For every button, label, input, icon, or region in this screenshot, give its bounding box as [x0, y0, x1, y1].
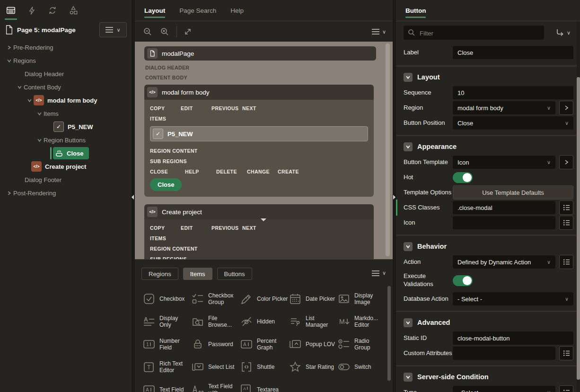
- gallery-item-file-browse[interactable]: File Browse...: [191, 310, 239, 333]
- tree-node-close[interactable]: Close: [0, 147, 132, 160]
- tab-rendering[interactable]: [5, 0, 17, 21]
- hot-toggle[interactable]: [453, 172, 473, 183]
- section-header[interactable]: Advanced: [404, 315, 573, 330]
- button-template-select[interactable]: Icon∨: [453, 156, 555, 169]
- gallery-tab-buttons[interactable]: Buttons: [217, 268, 252, 280]
- canvas-button-close[interactable]: Close: [150, 178, 182, 191]
- tree-node-regions[interactable]: Regions: [0, 54, 132, 67]
- region-card-modal-form-body[interactable]: </>modal form bodyCOPYEDITPREVIOUSNEXTIT…: [144, 85, 374, 197]
- gallery-tab-items[interactable]: Items: [183, 268, 212, 280]
- right-splitter[interactable]: [393, 0, 396, 392]
- tab-dynamic-actions[interactable]: [26, 0, 38, 21]
- region-action-copy[interactable]: COPY: [150, 105, 181, 111]
- gallery-item-switch[interactable]: Switch: [337, 356, 386, 378]
- gallery-item-list-manager[interactable]: List Manager: [288, 310, 337, 333]
- gallery-item-date-picker[interactable]: Date Picker: [288, 287, 337, 310]
- collapse-section-icon[interactable]: [404, 373, 413, 382]
- custom-attributes-input[interactable]: [453, 347, 555, 360]
- gallery-tab-regions[interactable]: Regions: [141, 268, 178, 280]
- tab-layout[interactable]: Layout: [144, 0, 165, 21]
- tree-node-create-project[interactable]: </>Create project: [0, 160, 132, 173]
- zoom-out-icon[interactable]: [141, 26, 154, 38]
- label-input[interactable]: [453, 46, 573, 59]
- region-action-next[interactable]: NEXT: [242, 105, 256, 111]
- tab-processing[interactable]: [46, 0, 59, 21]
- gallery-item-markdown-editor[interactable]: MMarkdo... Editor: [337, 310, 386, 333]
- chevron-down-icon[interactable]: [35, 138, 44, 143]
- region-action-copy[interactable]: COPY: [150, 225, 181, 231]
- goto-component-button[interactable]: ∨: [556, 28, 573, 37]
- static-id-input[interactable]: [453, 331, 573, 345]
- list-of-values-button[interactable]: [559, 255, 573, 269]
- region-header[interactable]: </>Create project: [144, 204, 374, 219]
- gallery-item-color-picker[interactable]: Color Picker: [239, 287, 288, 310]
- gallery-item-rich-text-editor[interactable]: TRich Text Editor: [142, 356, 191, 378]
- sequence-input[interactable]: [453, 86, 573, 99]
- gallery-item-percent-graph[interactable]: APercent Graph: [239, 333, 288, 356]
- region-action-previous[interactable]: PREVIOUS: [211, 105, 242, 111]
- region-action-next[interactable]: NEXT: [242, 225, 256, 231]
- database-action-select[interactable]: - Select -∨: [453, 292, 573, 305]
- tree-node-post-rendering[interactable]: Post-Rendering: [0, 186, 132, 200]
- chevron-down-icon[interactable]: [35, 111, 44, 116]
- gallery-item-textarea[interactable]: ATextarea: [239, 378, 288, 392]
- button-action-create[interactable]: CREATE: [278, 169, 299, 174]
- button-action-close[interactable]: CLOSE: [150, 169, 185, 174]
- button-action-change[interactable]: CHANGE: [247, 169, 278, 174]
- section-header[interactable]: Behavior: [404, 239, 573, 254]
- gallery-item-password[interactable]: Password: [191, 333, 239, 356]
- canvas-page-bar[interactable]: modalPage: [144, 46, 376, 61]
- gallery-item-star-rating[interactable]: Star Rating: [288, 356, 337, 378]
- button-action-help[interactable]: HELP: [185, 169, 216, 174]
- section-header[interactable]: Server-side Condition: [404, 369, 573, 384]
- collapse-section-icon[interactable]: [404, 318, 413, 327]
- region-select[interactable]: modal form body∨: [453, 101, 555, 114]
- region-header[interactable]: </>modal form body: [144, 85, 374, 100]
- list-of-values-button[interactable]: [559, 346, 573, 360]
- tree-node-items[interactable]: Items: [0, 107, 132, 120]
- gallery-item-select-list[interactable]: Select List: [191, 356, 239, 378]
- css-classes-input[interactable]: [453, 201, 555, 214]
- gallery-item-display-only[interactable]: ADisplay Only: [142, 310, 191, 333]
- tree-node-p5-new[interactable]: ✓P5_NEW: [0, 120, 132, 133]
- collapse-section-icon[interactable]: [404, 73, 413, 82]
- goto-button[interactable]: [559, 155, 573, 169]
- canvas-scrollbar[interactable]: [386, 44, 390, 256]
- gallery-item-text-field-with[interactable]: Text Field with: [191, 378, 239, 392]
- button-action-delete[interactable]: DELETE: [216, 169, 247, 174]
- inspector-scrollbar-thumb[interactable]: [577, 77, 580, 380]
- region-action-previous[interactable]: PREVIOUS: [211, 225, 242, 231]
- chevron-right-icon[interactable]: [5, 191, 13, 196]
- tree-node-pre-rendering[interactable]: Pre-Rendering: [0, 41, 132, 54]
- button-position-select[interactable]: Close∨: [453, 116, 573, 130]
- region-card-create-project[interactable]: </>Create projectCOPYEDITPREVIOUSNEXTITE…: [144, 204, 374, 259]
- inspector-scrollbar-track[interactable]: [577, 21, 580, 392]
- collapse-section-icon[interactable]: [404, 142, 413, 151]
- tree-node-region-buttons[interactable]: Region Buttons: [0, 133, 132, 147]
- gallery-item-checkbox-group[interactable]: Checkbox Group: [191, 287, 239, 310]
- tab-help[interactable]: Help: [230, 0, 244, 21]
- collapse-section-icon[interactable]: [404, 242, 413, 251]
- action-select[interactable]: Defined by Dynamic Action∨: [453, 255, 555, 269]
- chevron-right-icon[interactable]: [5, 45, 13, 50]
- expand-icon[interactable]: [182, 26, 194, 38]
- chevron-down-icon[interactable]: [15, 85, 24, 90]
- left-splitter[interactable]: [132, 0, 135, 392]
- tree-menu-button[interactable]: ∨: [99, 22, 127, 37]
- gallery-item-checkbox[interactable]: Checkbox: [142, 287, 191, 310]
- list-of-values-button[interactable]: [559, 385, 573, 392]
- type-select[interactable]: - Select -∨: [453, 386, 555, 392]
- filter-input[interactable]: [419, 26, 539, 41]
- layout-menu-button[interactable]: ∨: [372, 29, 386, 35]
- tab-page-search[interactable]: Page Search: [179, 0, 216, 21]
- list-of-values-button[interactable]: [559, 200, 573, 215]
- chevron-down-icon[interactable]: [25, 98, 34, 103]
- gallery-item-number-field[interactable]: 1Number Field: [142, 333, 191, 356]
- region-action-edit[interactable]: EDIT: [181, 105, 211, 111]
- tab-button[interactable]: Button: [405, 0, 426, 21]
- section-header[interactable]: Layout: [404, 70, 573, 85]
- tree-node-content-body[interactable]: Content Body: [0, 80, 132, 94]
- list-of-values-button[interactable]: [559, 216, 573, 230]
- gallery-item-display-image[interactable]: Display Image: [337, 287, 386, 310]
- gallery-item-text-field[interactable]: AText Field: [142, 378, 191, 392]
